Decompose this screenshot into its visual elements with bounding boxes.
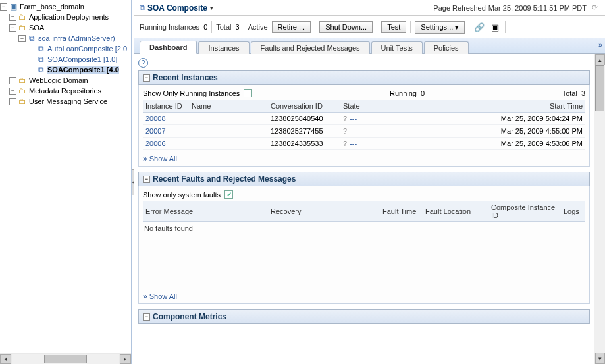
settings-button[interactable]: Settings... ▾: [415, 21, 465, 34]
tree-node-composite[interactable]: ⧉ SOAComposite1 [1.0]: [0, 54, 131, 65]
folder-icon: 🗀: [18, 23, 27, 32]
tree-node-metadata[interactable]: + 🗀 Metadata Repositories: [0, 86, 131, 96]
collapse-icon[interactable]: −: [143, 74, 150, 82]
composite-icon: ⧉: [36, 44, 45, 53]
col-name[interactable]: Name: [189, 100, 268, 113]
collapse-icon[interactable]: −: [9, 24, 16, 32]
related-links-icon[interactable]: 🔗: [473, 21, 485, 33]
scroll-track[interactable]: [12, 354, 119, 364]
active-label: Active: [248, 23, 268, 31]
tab-policies[interactable]: Policies: [424, 41, 469, 54]
show-all-link[interactable]: » Show All: [143, 292, 585, 301]
tree-node-ums[interactable]: + 🗀 User Messaging Service: [0, 96, 131, 107]
state-link[interactable]: ---: [350, 127, 357, 135]
expand-icon[interactable]: +: [9, 14, 16, 21]
scroll-right-icon[interactable]: ▸: [120, 354, 131, 364]
table-row[interactable]: 20006 1238024335533 ?--- Mar 25, 2009 4:…: [143, 138, 585, 150]
col-instance-id[interactable]: Instance ID: [143, 100, 189, 113]
expand-icon[interactable]: +: [9, 98, 16, 105]
expand-icon[interactable]: +: [9, 77, 16, 84]
retire-button[interactable]: Retire ...: [272, 21, 311, 33]
scroll-left-icon[interactable]: ◂: [0, 354, 11, 364]
folder-icon: 🗀: [18, 86, 27, 95]
tree-label[interactable]: SOA: [29, 24, 44, 32]
help-icon[interactable]: ?: [138, 58, 148, 68]
main-v-scrollbar[interactable]: ▴ ▾: [594, 54, 605, 364]
tree-label[interactable]: Metadata Repositories: [29, 87, 101, 95]
expand-icon[interactable]: +: [9, 88, 16, 95]
instance-id-link[interactable]: 20007: [145, 127, 166, 135]
table-row[interactable]: 20008 1238025840540 ?--- Mar 25, 2009 5:…: [143, 113, 585, 125]
tab-faults[interactable]: Faults and Rejected Messages: [251, 41, 370, 54]
sidebar-h-scrollbar[interactable]: ◂ ▸: [0, 353, 131, 364]
collapse-icon[interactable]: −: [143, 176, 150, 183]
instance-id-link[interactable]: 20008: [145, 115, 166, 122]
tree-node-composite-selected[interactable]: ⧉ SOAComposite1 [4.0: [0, 65, 131, 75]
no-faults-message: No faults found: [143, 222, 585, 235]
scroll-down-icon[interactable]: ▾: [595, 353, 605, 364]
col-fault-time[interactable]: Fault Time: [380, 201, 423, 222]
tree-label[interactable]: Application Deployments: [29, 13, 109, 21]
tree-label[interactable]: User Messaging Service: [29, 97, 107, 105]
col-start-time[interactable]: Start Time: [390, 100, 585, 113]
tree-label[interactable]: SOAComposite1 [4.0: [47, 66, 119, 74]
collapse-icon[interactable]: −: [18, 35, 26, 42]
state-link[interactable]: ---: [350, 115, 357, 122]
title-bar: ⧉ SOA Composite ▾ Page Refreshed Mar 25,…: [134, 0, 605, 16]
scroll-track[interactable]: [594, 65, 605, 353]
system-faults-checkbox[interactable]: [224, 190, 233, 199]
col-state[interactable]: State: [340, 100, 390, 113]
col-conversation-id[interactable]: Conversation ID: [268, 100, 340, 113]
show-running-checkbox[interactable]: [244, 89, 252, 97]
col-fault-location[interactable]: Fault Location: [423, 201, 488, 222]
tree-node-farm[interactable]: − ▣ Farm_base_domain: [0, 1, 131, 12]
col-logs[interactable]: Logs: [561, 201, 585, 222]
tree-label[interactable]: Farm_base_domain: [20, 3, 84, 11]
topology-icon[interactable]: ▣: [489, 21, 501, 33]
col-recovery[interactable]: Recovery: [268, 201, 380, 222]
scroll-thumb[interactable]: [595, 65, 604, 111]
soa-infra-icon: ⧉: [27, 34, 36, 43]
panel-header[interactable]: − Recent Faults and Rejected Messages: [138, 172, 590, 186]
panel-title: Recent Instances: [153, 73, 218, 82]
tree-node-soa[interactable]: − 🗀 SOA: [0, 22, 131, 33]
tab-instances[interactable]: Instances: [198, 41, 249, 54]
state-unknown-icon: ?: [343, 140, 347, 147]
tree-label[interactable]: soa-infra (AdminServer): [38, 34, 115, 42]
tree-label[interactable]: WebLogic Domain: [29, 76, 88, 84]
col-composite-instance-id[interactable]: Composite Instance ID: [488, 201, 561, 222]
scroll-thumb[interactable]: [44, 355, 87, 363]
page-title: SOA Composite: [147, 3, 207, 13]
system-faults-label: Show only system faults: [143, 191, 221, 199]
refresh-icon[interactable]: ⟳: [589, 3, 600, 13]
recent-instances-panel: − Recent Instances Show Only Running Ins…: [138, 70, 590, 167]
collapse-icon[interactable]: −: [143, 313, 150, 321]
table-row[interactable]: 20007 1238025277455 ?--- Mar 25, 2009 4:…: [143, 125, 585, 138]
state-link[interactable]: ---: [350, 140, 357, 147]
conversation-id: 1238025277455: [268, 125, 340, 138]
tree-node-soa-infra[interactable]: − ⧉ soa-infra (AdminServer): [0, 33, 131, 43]
dropdown-arrow-icon[interactable]: ▾: [210, 5, 213, 11]
instance-id-link[interactable]: 20006: [145, 140, 166, 147]
shutdown-button[interactable]: Shut Down...: [319, 21, 373, 33]
tree-label[interactable]: AutoLoanComposite [2.0: [47, 45, 127, 53]
tab-dashboard[interactable]: Dashboard: [140, 41, 197, 54]
test-button[interactable]: Test: [381, 21, 406, 33]
tree-node-app-deploy[interactable]: + 🗀 Application Deployments: [0, 12, 131, 22]
col-error-message[interactable]: Error Message: [143, 201, 268, 222]
tree-node-weblogic[interactable]: + 🗀 WebLogic Domain: [0, 75, 131, 86]
composite-menu[interactable]: ⧉ SOA Composite ▾: [140, 3, 213, 13]
tree-node-composite[interactable]: ⧉ AutoLoanComposite [2.0: [0, 43, 131, 54]
panel-header[interactable]: − Recent Instances: [138, 70, 590, 85]
tree-label[interactable]: SOAComposite1 [1.0]: [47, 55, 117, 63]
collapse-icon[interactable]: −: [0, 3, 7, 11]
overflow-icon[interactable]: »: [598, 41, 602, 49]
total-label: Total: [562, 90, 577, 97]
nav-tree: − ▣ Farm_base_domain + 🗀 Application Dep…: [0, 0, 131, 353]
scroll-up-icon[interactable]: ▴: [595, 54, 605, 65]
instance-name: [189, 125, 268, 138]
page-refresh-info: Page Refreshed Mar 25, 2009 5:11:51 PM P…: [433, 3, 600, 13]
tab-unit-tests[interactable]: Unit Tests: [371, 41, 423, 54]
panel-header[interactable]: − Component Metrics: [138, 309, 590, 324]
show-all-link[interactable]: » Show All: [143, 154, 585, 163]
